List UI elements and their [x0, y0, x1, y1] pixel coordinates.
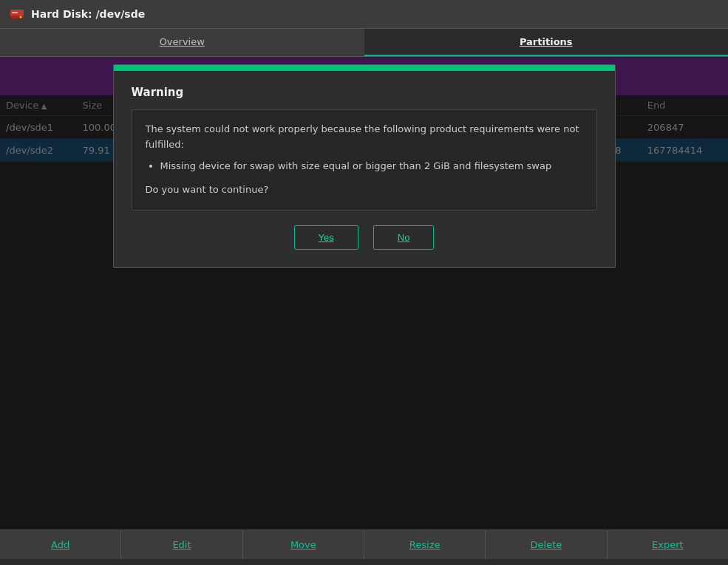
dialog-bullet-list: Missing device for swap with size equal … [160, 159, 583, 174]
bullet-item: Missing device for swap with size equal … [160, 159, 583, 174]
main-content: sde2 79.91 GiB Device Size F Enc Type FS… [0, 57, 728, 559]
dialog-body: Warning The system could not work proper… [114, 71, 615, 267]
no-button[interactable]: No [373, 225, 435, 250]
tab-partitions[interactable]: Partitions [364, 29, 729, 56]
svg-rect-3 [12, 12, 18, 13]
bottom-btn-move[interactable]: Move [243, 530, 364, 559]
dialog-title: Warning [132, 86, 597, 99]
dialog-buttons: Yes No [132, 225, 597, 250]
dialog-overlay: Warning The system could not work proper… [0, 57, 728, 559]
bottom-btn-add[interactable]: Add [0, 530, 121, 559]
hard-disk-icon [9, 6, 25, 22]
dialog-question: Do you want to continue? [146, 182, 583, 198]
tabs-bar: Overview Partitions [0, 29, 728, 57]
bottom-btn-resize[interactable]: Resize [364, 530, 486, 559]
bottom-btn-expert[interactable]: Expert [608, 530, 728, 559]
tab-overview[interactable]: Overview [0, 29, 364, 56]
warning-dialog: Warning The system could not work proper… [113, 64, 616, 268]
yes-button[interactable]: Yes [294, 225, 358, 250]
bottom-btn-edit[interactable]: Edit [121, 530, 242, 559]
svg-point-2 [20, 16, 22, 18]
bottom-toolbar: AddEditMoveResizeDeleteExpert [0, 530, 728, 559]
title-bar: Hard Disk: /dev/sde [0, 0, 728, 29]
dialog-message-text: The system could not work properly becau… [146, 123, 579, 150]
dialog-message-box: The system could not work properly becau… [132, 109, 597, 210]
bottom-btn-delete[interactable]: Delete [486, 530, 607, 559]
title-text: Hard Disk: /dev/sde [31, 8, 145, 20]
dialog-header-bar [114, 65, 615, 71]
